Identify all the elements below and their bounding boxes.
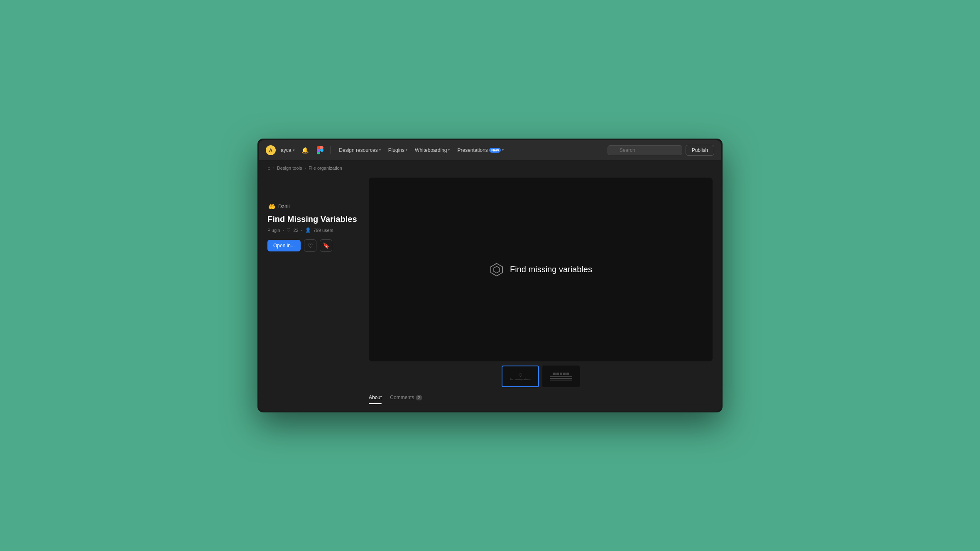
plugin-meta: Plugin • ♡ 22 • 👤 799 users <box>267 227 359 233</box>
tabs-row: About Comments 2 <box>369 391 713 404</box>
plugin-author: 🤲 Danil <box>267 202 359 211</box>
dot <box>553 373 556 375</box>
meta-dot-2: • <box>301 228 303 233</box>
monitor: A ayca ▾ 🔔 Design resources <box>257 139 723 412</box>
tab-about[interactable]: About <box>369 395 382 404</box>
author-avatar-emoji: 🤲 <box>267 202 276 211</box>
whiteboarding-chevron-icon: ▾ <box>448 148 450 152</box>
presentations-new-badge: New <box>489 148 501 153</box>
author-name: Danil <box>278 204 289 210</box>
username-label: ayca <box>281 147 291 153</box>
navbar: A ayca ▾ 🔔 Design resources <box>259 140 721 160</box>
thumbnails-row: ⬡ Find missing variables <box>369 366 713 387</box>
preview-main: Find missing variables <box>369 178 713 361</box>
plugin-type-label: Plugin <box>267 228 280 233</box>
thumbnail-2[interactable] <box>542 366 580 387</box>
thumb-2-dots <box>553 373 569 375</box>
nav-plugins[interactable]: Plugins ▾ <box>385 146 411 155</box>
plugin-info-panel: 🤲 Danil Find Missing Variables Plugin • … <box>267 178 359 404</box>
screen: A ayca ▾ 🔔 Design resources <box>259 140 721 411</box>
users-icon: 👤 <box>305 227 311 233</box>
thumb-1-text: Find missing variables <box>510 378 530 380</box>
preview-title: Find missing variables <box>510 265 592 274</box>
breadcrumb-file-organization[interactable]: File organization <box>309 166 342 171</box>
thumb-1-hex-icon: ⬡ <box>519 373 522 377</box>
comments-count-badge: 2 <box>416 395 422 400</box>
like-button[interactable]: ♡ <box>304 239 316 252</box>
home-icon[interactable]: ⌂ <box>267 165 270 171</box>
dot <box>560 373 562 375</box>
nav-divider <box>330 146 331 154</box>
hex-icon <box>489 262 504 277</box>
dot <box>566 373 569 375</box>
dot <box>563 373 566 375</box>
meta-dot-1: • <box>283 228 284 233</box>
search-input[interactable] <box>608 145 682 155</box>
thumb-line <box>550 378 573 379</box>
user-menu[interactable]: ayca ▾ <box>281 147 295 153</box>
tab-comments[interactable]: Comments 2 <box>390 395 422 404</box>
bookmark-button[interactable]: 🔖 <box>320 239 332 252</box>
breadcrumb-sep-1: › <box>273 166 274 171</box>
thumb-line <box>550 376 573 377</box>
breadcrumb-design-tools[interactable]: Design tools <box>277 166 302 171</box>
thumbnail-1[interactable]: ⬡ Find missing variables <box>502 366 539 387</box>
preview-panel: Find missing variables ⬡ Find missing va… <box>369 178 713 404</box>
presentations-chevron-icon: ▾ <box>502 148 504 152</box>
user-chevron-icon: ▾ <box>293 148 295 152</box>
breadcrumb: ⌂ › Design tools › File organization <box>259 160 721 174</box>
likes-count: 22 <box>293 228 298 233</box>
thumb-line <box>550 380 573 380</box>
publish-button[interactable]: Publish <box>686 145 714 156</box>
main-area: 🤲 Danil Find Missing Variables Plugin • … <box>259 174 721 411</box>
thumb-2-inner <box>543 366 579 386</box>
dot <box>556 373 559 375</box>
nav-presentations[interactable]: Presentations New ▾ <box>454 146 507 155</box>
breadcrumb-sep-2: › <box>304 166 306 171</box>
main-content: ⌂ › Design tools › File organization 🤲 D… <box>259 160 721 411</box>
open-in-button[interactable]: Open in... <box>267 240 301 251</box>
user-avatar[interactable]: A <box>266 145 276 155</box>
plugins-chevron-icon: ▾ <box>406 148 407 152</box>
design-resources-chevron-icon: ▾ <box>379 148 381 152</box>
bell-icon[interactable]: 🔔 <box>301 147 309 154</box>
figma-icon[interactable] <box>315 145 325 155</box>
likes-icon: ♡ <box>287 227 291 233</box>
search-wrapper: 🔍 <box>608 145 682 155</box>
plugin-title: Find Missing Variables <box>267 214 359 224</box>
users-count: 799 users <box>314 228 333 233</box>
action-buttons: Open in... ♡ 🔖 <box>267 239 359 252</box>
nav-right: 🔍 Publish <box>608 145 714 156</box>
nav-links: Design resources ▾ Plugins ▾ Whiteboardi… <box>336 146 602 155</box>
nav-whiteboarding[interactable]: Whiteboarding ▾ <box>412 146 453 155</box>
thumb-2-lines <box>550 376 573 380</box>
preview-content: Find missing variables <box>489 262 592 277</box>
thumb-1-inner: ⬡ Find missing variables <box>502 366 538 386</box>
nav-design-resources[interactable]: Design resources ▾ <box>336 146 384 155</box>
